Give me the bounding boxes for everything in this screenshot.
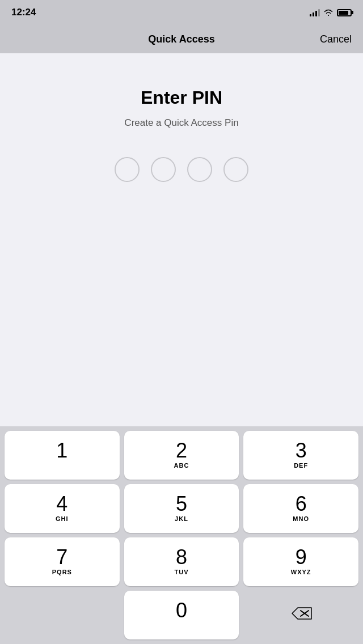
status-bar: 12:24 [0, 0, 363, 25]
nav-bar: Quick Access Cancel [0, 25, 363, 53]
cancel-button[interactable]: Cancel [320, 33, 352, 45]
zero-placeholder [5, 591, 120, 639]
key-4[interactable]: 4 GHI [5, 484, 120, 533]
status-time: 12:24 [11, 7, 36, 18]
nav-title: Quick Access [148, 33, 214, 45]
battery-icon [337, 9, 352, 16]
key-2[interactable]: 2 ABC [124, 431, 239, 480]
key-3[interactable]: 3 DEF [243, 431, 358, 480]
keypad-area: 1 2 ABC 3 DEF 4 GHI 5 JKL 6 MNO 7 PQRS [0, 426, 363, 644]
pin-dot-1 [115, 157, 140, 182]
key-0[interactable]: 0 [124, 591, 239, 639]
signal-icon [310, 9, 320, 16]
status-icons [310, 9, 352, 16]
delete-icon [290, 605, 313, 626]
key-zero-row: 0 [5, 591, 358, 639]
main-content: Enter PIN Create a Quick Access Pin [0, 53, 363, 426]
pin-dot-2 [151, 157, 176, 182]
key-6[interactable]: 6 MNO [243, 484, 358, 533]
pin-dot-4 [223, 157, 248, 182]
key-5[interactable]: 5 JKL [124, 484, 239, 533]
pin-dot-3 [187, 157, 212, 182]
delete-button[interactable] [243, 591, 358, 639]
pin-dots [115, 157, 248, 182]
key-8[interactable]: 8 TUV [124, 537, 239, 586]
key-9[interactable]: 9 WXYZ [243, 537, 358, 586]
enter-pin-subtitle: Create a Quick Access Pin [124, 117, 238, 129]
key-7[interactable]: 7 PQRS [5, 537, 120, 586]
enter-pin-title: Enter PIN [141, 87, 222, 108]
wifi-icon [323, 9, 334, 16]
keypad-grid: 1 2 ABC 3 DEF 4 GHI 5 JKL 6 MNO 7 PQRS [5, 431, 358, 586]
key-1[interactable]: 1 [5, 431, 120, 480]
